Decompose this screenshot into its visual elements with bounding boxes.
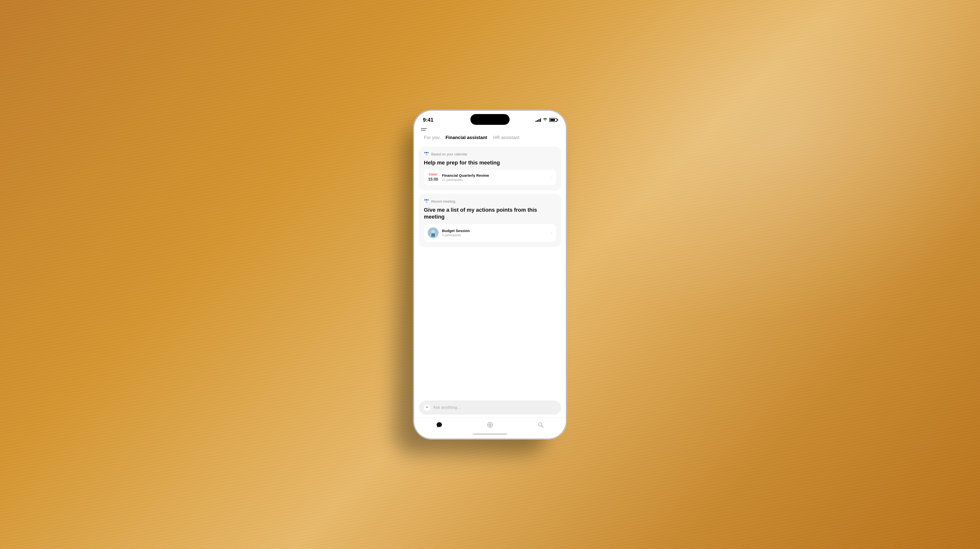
signal-bar-3 <box>539 119 539 122</box>
signal-bar-4 <box>540 119 541 122</box>
meeting-date-block: Today 15:00 <box>428 173 439 182</box>
svg-rect-16 <box>424 199 425 200</box>
ask-bar[interactable]: + Ask anything... <box>419 400 561 415</box>
status-icons <box>536 118 557 122</box>
nav-item-calendar[interactable] <box>482 420 498 431</box>
svg-rect-15 <box>427 199 428 200</box>
meeting-item-1[interactable]: Today 15:00 Financial Quarterly Review 1… <box>424 170 556 185</box>
meeting-info-2: Budget Session 5 participants <box>442 228 547 237</box>
meeting-chevron-1: › <box>551 175 552 180</box>
meeting-name-1: Financial Quarterly Review <box>442 173 547 178</box>
avatar-budget-session <box>428 227 439 238</box>
nav-item-chat[interactable] <box>431 420 447 431</box>
meeting-date-label: Today <box>429 173 438 176</box>
signal-bars-icon <box>536 118 541 122</box>
svg-point-19 <box>431 230 435 233</box>
card-title-1: Help me prep for this meeting <box>424 159 556 166</box>
meeting-name-2: Budget Session <box>442 228 547 233</box>
meeting-chevron-2: › <box>551 230 552 235</box>
tab-bar: For you Financial assistant HR assistant <box>414 132 566 144</box>
meeting-item-2[interactable]: Budget Session 5 participants › <box>424 224 556 241</box>
meeting-info-1: Financial Quarterly Review 11 participan… <box>442 173 547 182</box>
svg-rect-8 <box>428 152 429 153</box>
ask-plus-button[interactable]: + <box>424 405 430 411</box>
svg-rect-12 <box>424 200 429 200</box>
svg-text:31: 31 <box>426 154 428 155</box>
nav-item-search[interactable] <box>533 420 549 431</box>
bottom-nav <box>414 417 566 431</box>
svg-rect-6 <box>427 152 428 153</box>
meeting-participants-1: 11 participants <box>442 178 547 182</box>
card-prep-meeting[interactable]: 31 Based on your calendar Help me <box>419 147 561 190</box>
card-context-label-1: Based on your calendar <box>431 152 468 156</box>
status-bar: 9:41 <box>414 111 566 125</box>
hamburger-menu-icon[interactable] <box>421 128 428 130</box>
card-header-2: 31 Recent meeting <box>424 199 556 204</box>
card-action-points[interactable]: 31 Recent meeting Give me a list of my a… <box>419 194 561 246</box>
meeting-participants-2: 5 participants <box>442 233 547 237</box>
signal-bar-2 <box>537 120 538 122</box>
svg-rect-3 <box>424 153 429 153</box>
calendar-nav-icon <box>487 422 493 430</box>
svg-line-27 <box>541 426 543 427</box>
phone-screen: 9:41 <box>414 111 566 439</box>
wifi-icon <box>543 118 547 122</box>
hamburger-line-2 <box>421 130 426 130</box>
search-nav-icon <box>538 422 544 430</box>
tab-financial-assistant[interactable]: Financial assistant <box>442 133 490 142</box>
svg-rect-7 <box>424 152 425 153</box>
app-content: For you Financial assistant HR assistant <box>414 125 566 439</box>
home-indicator <box>473 433 507 435</box>
signal-bar-1 <box>536 121 536 122</box>
ask-placeholder: Ask anything... <box>433 405 461 410</box>
card-title-2: Give me a list of my actions points from… <box>424 206 556 220</box>
google-calendar-icon-2: 31 <box>424 199 429 204</box>
dynamic-island <box>470 114 510 125</box>
battery-icon <box>549 118 557 122</box>
phone-device: 9:41 <box>414 111 566 439</box>
hamburger-line-1 <box>421 128 427 129</box>
meeting-time: 15:00 <box>428 177 438 182</box>
svg-point-21 <box>489 424 491 426</box>
svg-rect-17 <box>428 199 429 200</box>
google-calendar-icon-1: 31 <box>424 152 429 157</box>
tab-hr-assistant[interactable]: HR assistant <box>490 133 522 142</box>
chat-icon <box>436 422 442 430</box>
status-time: 9:41 <box>423 117 433 123</box>
svg-text:31: 31 <box>426 201 428 203</box>
meeting-date-line <box>429 176 438 177</box>
cards-container: 31 Based on your calendar Help me <box>414 144 566 400</box>
battery-fill <box>550 119 555 121</box>
svg-rect-5 <box>425 152 426 153</box>
menu-bar[interactable] <box>414 125 566 132</box>
card-header-1: 31 Based on your calendar <box>424 152 556 157</box>
svg-rect-14 <box>425 199 426 200</box>
phone-wrapper: 9:41 <box>414 111 566 439</box>
tab-for-you[interactable]: For you <box>421 133 442 142</box>
card-context-label-2: Recent meeting <box>431 200 455 203</box>
